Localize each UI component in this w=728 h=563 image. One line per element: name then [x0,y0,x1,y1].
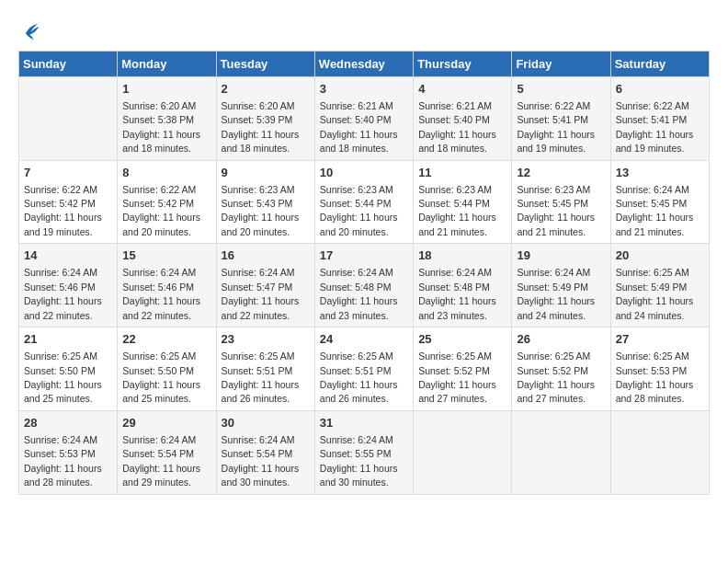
day-number: 5 [517,81,605,98]
day-number: 15 [122,247,210,264]
calendar-body: 1Sunrise: 6:20 AMSunset: 5:38 PMDaylight… [19,76,710,494]
calendar-cell: 4Sunrise: 6:21 AMSunset: 5:40 PMDaylight… [414,76,512,160]
calendar-cell: 17Sunrise: 6:24 AMSunset: 5:48 PMDayligh… [314,244,413,327]
day-number: 9 [222,165,310,181]
day-number: 23 [222,331,310,348]
calendar-cell: 19Sunrise: 6:24 AMSunset: 5:49 PMDayligh… [512,244,610,327]
calendar-cell: 16Sunrise: 6:24 AMSunset: 5:47 PMDayligh… [216,244,314,327]
day-number: 14 [24,247,112,264]
calendar-cell [19,76,118,160]
cell-info: Sunrise: 6:24 AMSunset: 5:55 PMDaylight:… [320,434,398,488]
calendar-cell: 26Sunrise: 6:25 AMSunset: 5:52 PMDayligh… [512,327,610,411]
calendar-cell: 25Sunrise: 6:25 AMSunset: 5:52 PMDayligh… [414,327,512,411]
day-number: 8 [122,165,210,181]
day-number: 3 [320,81,408,98]
calendar-week-5: 28Sunrise: 6:24 AMSunset: 5:53 PMDayligh… [19,410,710,494]
cell-info: Sunrise: 6:21 AMSunset: 5:40 PMDaylight:… [320,100,398,154]
calendar-cell: 29Sunrise: 6:24 AMSunset: 5:54 PMDayligh… [118,410,216,494]
cell-info: Sunrise: 6:20 AMSunset: 5:38 PMDaylight:… [122,100,200,154]
cell-info: Sunrise: 6:22 AMSunset: 5:41 PMDaylight:… [517,100,595,154]
calendar-cell: 15Sunrise: 6:24 AMSunset: 5:46 PMDayligh… [118,244,216,327]
calendar-cell: 14Sunrise: 6:24 AMSunset: 5:46 PMDayligh… [19,244,118,327]
day-number: 27 [616,331,704,348]
cell-info: Sunrise: 6:25 AMSunset: 5:52 PMDaylight:… [517,350,595,404]
header-day-monday: Monday [118,51,216,76]
cell-info: Sunrise: 6:24 AMSunset: 5:53 PMDaylight:… [24,434,102,488]
cell-info: Sunrise: 6:23 AMSunset: 5:44 PMDaylight:… [320,184,398,237]
day-number: 4 [418,81,506,98]
cell-info: Sunrise: 6:22 AMSunset: 5:41 PMDaylight:… [616,100,694,154]
day-number: 18 [418,247,506,264]
day-number: 16 [222,247,310,264]
calendar-cell: 3Sunrise: 6:21 AMSunset: 5:40 PMDaylight… [314,76,413,160]
day-number: 1 [122,81,210,98]
cell-info: Sunrise: 6:24 AMSunset: 5:49 PMDaylight:… [517,267,595,320]
header-day-saturday: Saturday [610,51,709,76]
calendar-cell: 10Sunrise: 6:23 AMSunset: 5:44 PMDayligh… [314,160,413,244]
day-number: 22 [122,331,210,348]
day-number: 17 [320,247,408,264]
cell-info: Sunrise: 6:20 AMSunset: 5:39 PMDaylight:… [222,100,300,154]
calendar-week-2: 7Sunrise: 6:22 AMSunset: 5:42 PMDaylight… [19,160,710,244]
day-number: 7 [24,165,112,181]
cell-info: Sunrise: 6:25 AMSunset: 5:50 PMDaylight:… [24,350,102,404]
calendar-cell: 6Sunrise: 6:22 AMSunset: 5:41 PMDaylight… [610,76,709,160]
day-number: 26 [517,331,605,348]
cell-info: Sunrise: 6:24 AMSunset: 5:45 PMDaylight:… [616,184,694,237]
day-number: 29 [122,415,210,431]
day-number: 13 [616,165,704,181]
day-number: 25 [418,331,506,348]
cell-info: Sunrise: 6:25 AMSunset: 5:49 PMDaylight:… [616,267,694,320]
calendar-cell: 21Sunrise: 6:25 AMSunset: 5:50 PMDayligh… [19,327,118,411]
cell-info: Sunrise: 6:24 AMSunset: 5:46 PMDaylight:… [24,267,102,320]
calendar-cell [414,410,512,494]
calendar-cell [610,410,709,494]
calendar-cell: 13Sunrise: 6:24 AMSunset: 5:45 PMDayligh… [610,160,709,244]
calendar-cell: 11Sunrise: 6:23 AMSunset: 5:44 PMDayligh… [414,160,512,244]
day-number: 30 [222,415,310,431]
cell-info: Sunrise: 6:24 AMSunset: 5:48 PMDaylight:… [320,267,398,320]
cell-info: Sunrise: 6:23 AMSunset: 5:43 PMDaylight:… [222,184,300,237]
cell-info: Sunrise: 6:24 AMSunset: 5:48 PMDaylight:… [418,267,496,320]
calendar-cell: 28Sunrise: 6:24 AMSunset: 5:53 PMDayligh… [19,410,118,494]
day-number: 19 [517,247,605,264]
calendar-week-3: 14Sunrise: 6:24 AMSunset: 5:46 PMDayligh… [19,244,710,327]
cell-info: Sunrise: 6:25 AMSunset: 5:53 PMDaylight:… [616,350,694,404]
header-day-sunday: Sunday [19,51,118,76]
calendar-cell: 30Sunrise: 6:24 AMSunset: 5:54 PMDayligh… [216,410,314,494]
calendar-cell: 23Sunrise: 6:25 AMSunset: 5:51 PMDayligh… [216,327,314,411]
calendar-cell: 12Sunrise: 6:23 AMSunset: 5:45 PMDayligh… [512,160,610,244]
calendar-cell: 18Sunrise: 6:24 AMSunset: 5:48 PMDayligh… [414,244,512,327]
cell-info: Sunrise: 6:24 AMSunset: 5:46 PMDaylight:… [122,267,200,320]
header-day-friday: Friday [512,51,610,76]
calendar-cell: 2Sunrise: 6:20 AMSunset: 5:39 PMDaylight… [216,76,314,160]
day-number: 6 [616,81,704,98]
calendar-cell: 5Sunrise: 6:22 AMSunset: 5:41 PMDaylight… [512,76,610,160]
cell-info: Sunrise: 6:25 AMSunset: 5:51 PMDaylight:… [320,350,398,404]
cell-info: Sunrise: 6:23 AMSunset: 5:44 PMDaylight:… [418,184,496,237]
logo-bird-icon [20,21,40,41]
day-number: 21 [24,331,112,348]
calendar-cell [512,410,610,494]
day-number: 24 [320,331,408,348]
calendar-cell: 24Sunrise: 6:25 AMSunset: 5:51 PMDayligh… [314,327,413,411]
calendar-cell: 8Sunrise: 6:22 AMSunset: 5:42 PMDaylight… [118,160,216,244]
page-header [18,18,710,41]
cell-info: Sunrise: 6:21 AMSunset: 5:40 PMDaylight:… [418,100,496,154]
header-day-tuesday: Tuesday [216,51,314,76]
day-number: 20 [616,247,704,264]
day-number: 11 [418,165,506,181]
day-number: 28 [24,415,112,431]
calendar-cell: 7Sunrise: 6:22 AMSunset: 5:42 PMDaylight… [19,160,118,244]
day-number: 10 [320,165,408,181]
cell-info: Sunrise: 6:24 AMSunset: 5:54 PMDaylight:… [222,434,300,488]
cell-info: Sunrise: 6:24 AMSunset: 5:54 PMDaylight:… [122,434,200,488]
cell-info: Sunrise: 6:25 AMSunset: 5:50 PMDaylight:… [122,350,200,404]
header-day-thursday: Thursday [414,51,512,76]
logo [18,18,42,41]
cell-info: Sunrise: 6:25 AMSunset: 5:52 PMDaylight:… [418,350,496,404]
calendar-cell: 31Sunrise: 6:24 AMSunset: 5:55 PMDayligh… [314,410,413,494]
cell-info: Sunrise: 6:22 AMSunset: 5:42 PMDaylight:… [24,184,102,237]
calendar-cell: 20Sunrise: 6:25 AMSunset: 5:49 PMDayligh… [610,244,709,327]
calendar-cell: 1Sunrise: 6:20 AMSunset: 5:38 PMDaylight… [118,76,216,160]
